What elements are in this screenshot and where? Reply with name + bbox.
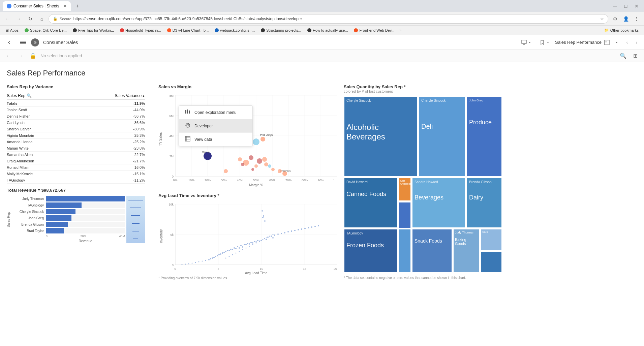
sheet-dropdown-button[interactable] [612, 37, 621, 48]
bar-chart-row[interactable]: Brenda Gibson [12, 222, 125, 227]
treemap-produce[interactable]: John Greg Produce [466, 96, 502, 177]
bookmark-fivetips[interactable]: Five Tips for Workin... [70, 28, 117, 33]
bar-chart-row[interactable]: John Greg [12, 215, 125, 221]
bookmark-howto[interactable]: How to actually use... [305, 28, 351, 33]
treemap-alc-bev[interactable]: Cheryle Sincock Alcoholic Beverages [344, 96, 418, 177]
bookmark-d3[interactable]: D3 v4 Line Chart - b... [164, 28, 212, 33]
app-back-button[interactable] [4, 37, 15, 48]
treemap-sm3[interactable] [481, 251, 502, 273]
app-menu-button[interactable] [18, 37, 28, 48]
bookmark-button[interactable] [537, 37, 552, 48]
treemap-karl[interactable]: Karl Anderson [398, 178, 411, 201]
bookmarks-more-icon[interactable]: » [399, 28, 401, 32]
table-row[interactable]: Craig Amundson-21.7% [7, 158, 145, 164]
back-button[interactable]: ← [3, 14, 12, 24]
bookmark-structuring-label: Structuring projects... [266, 28, 301, 32]
home-button[interactable]: ⌂ [37, 14, 47, 24]
context-viewdata-item[interactable]: View data [179, 133, 252, 146]
svg-point-107 [255, 241, 257, 243]
treemap-sm1[interactable] [398, 202, 411, 229]
sel-forward-button[interactable]: → [16, 51, 26, 61]
table-row[interactable]: Totals-11.9% [7, 100, 145, 107]
table-row[interactable]: Viginia Mountain-25.3% [7, 132, 145, 139]
svg-point-105 [242, 246, 243, 248]
table-row[interactable]: Samantha Allen-22.7% [7, 152, 145, 158]
svg-text:0: 0 [172, 263, 174, 267]
address-bar[interactable]: 🔒 Secure https://sense-demo.qlik.com/sen… [49, 14, 608, 24]
treemap-canned[interactable]: David Howard Canned Foods [344, 178, 398, 228]
extensions-button[interactable]: ⚙ [610, 14, 620, 24]
treemap-sara[interactable]: Sara [481, 229, 502, 251]
treemap-sm2[interactable] [398, 229, 411, 273]
bar-chart-x-label: Revenue [46, 239, 125, 243]
table-row[interactable]: Marian White-23.8% [7, 145, 145, 152]
other-bookmarks[interactable]: 📁 Other bookmarks [602, 27, 641, 33]
context-developer-item[interactable]: Developer [179, 119, 252, 132]
treemap-snack[interactable]: Snack Foods [412, 229, 452, 273]
minimize-button[interactable]: ─ [610, 1, 620, 11]
svg-point-92 [232, 249, 233, 250]
bookmarks-bar: ⊞ Apps Space: Qlik Core Be... Five Tips … [0, 26, 644, 35]
svg-point-146 [195, 262, 196, 263]
alc-category: Alcoholic Beverages [346, 123, 415, 141]
table-row[interactable]: Amanda Honda-25.2% [7, 139, 145, 145]
treemap-bev[interactable]: Sandra Howard Beverages [412, 178, 466, 228]
col1-search-icon[interactable]: 🔍 [27, 93, 32, 98]
svg-text:90%: 90% [318, 179, 324, 182]
bookmark-frontend[interactable]: Front-end Web Dev... [351, 28, 397, 33]
mini-scatter-bar4 [132, 223, 140, 224]
bookmark-household[interactable]: Household Types in... [117, 28, 164, 33]
treemap-deli[interactable]: Cheryle Sincock Deli [419, 96, 466, 177]
next-sheet-button[interactable]: › [633, 37, 640, 48]
presentation-button[interactable] [519, 37, 534, 48]
svg-point-113 [277, 233, 279, 235]
close-button[interactable]: ✕ [632, 1, 641, 11]
bar-chart-row[interactable]: TAGnology [12, 202, 125, 208]
forward-button[interactable]: → [14, 14, 24, 24]
browser-tab[interactable]: Consumer Sales | Sheets ✕ [3, 1, 71, 11]
sort-icon[interactable]: ▲ [142, 94, 145, 97]
svg-point-69 [251, 168, 254, 171]
bar-chart-row[interactable]: Judy Thurman [12, 196, 125, 201]
hamburger-icon [20, 39, 26, 45]
grid-button[interactable]: ⊞ [631, 51, 640, 61]
menu-button[interactable]: ⋮ [632, 14, 641, 24]
table-row[interactable]: Molly McKenzie-15.1% [7, 171, 145, 177]
treemap-dairy[interactable]: Brenda Gibson Dairy [466, 178, 502, 228]
treemap-frozen[interactable]: TAGnology Frozen Foods [344, 229, 398, 273]
prev-sheet-button[interactable]: ‹ [624, 37, 631, 48]
bar-chart-row[interactable]: Cheryle Sincock [12, 209, 125, 214]
table-row[interactable]: Dennis Fisher-36.7% [7, 113, 145, 120]
treemap-baking[interactable]: Judy Thurman Baking Goods [453, 229, 480, 273]
bookmark-webpack[interactable]: webpack.config.js -... [212, 28, 257, 33]
reload-button[interactable]: ↻ [26, 14, 35, 24]
new-tab-button[interactable]: + [73, 2, 82, 10]
table-row[interactable]: Cart Lynch-36.6% [7, 120, 145, 126]
table-row[interactable]: Janice Scott-44.0% [7, 107, 145, 113]
sel-back-button[interactable]: ← [4, 51, 13, 61]
table-row[interactable]: Sharon Carver-30.9% [7, 126, 145, 132]
svg-text:Hot Dogs: Hot Dogs [260, 133, 273, 136]
row-name: Totals [7, 101, 18, 105]
bev-category: Beverages [415, 194, 463, 201]
sel-lock-button[interactable]: 🔓 [28, 51, 38, 61]
bookmark-qlik[interactable]: Space: Qlik Core Be... [22, 28, 69, 33]
bar-chart-rows: Judy Thurman TAGnology Cheryle Sincock J… [12, 196, 125, 233]
search-button[interactable]: 🔍 [618, 51, 628, 61]
bookmark-structuring[interactable]: Structuring projects... [258, 28, 304, 33]
context-exploration-item[interactable]: Open exploration menu [179, 106, 252, 119]
svg-point-133 [230, 249, 232, 250]
svg-text:4M: 4M [169, 134, 174, 138]
bookmark-frontend-label: Front-end Web Dev... [359, 28, 394, 32]
table-row[interactable]: TAGnology-11.2% [7, 177, 145, 184]
bookmark-star-icon[interactable]: ☆ [600, 17, 604, 21]
bookmark-apps[interactable]: ⊞ Apps [3, 27, 21, 33]
row-value: -21.7% [133, 159, 145, 163]
bar-chart-row[interactable]: Brad Taylor [12, 228, 125, 233]
maximize-button[interactable]: □ [621, 1, 631, 11]
user-button[interactable]: 👤 [621, 14, 631, 24]
svg-point-134 [234, 247, 235, 249]
tab-close-icon[interactable]: ✕ [63, 4, 67, 8]
table-row[interactable]: Ronald Milam-16.0% [7, 164, 145, 171]
context-exploration-label: Open exploration menu [194, 110, 237, 115]
